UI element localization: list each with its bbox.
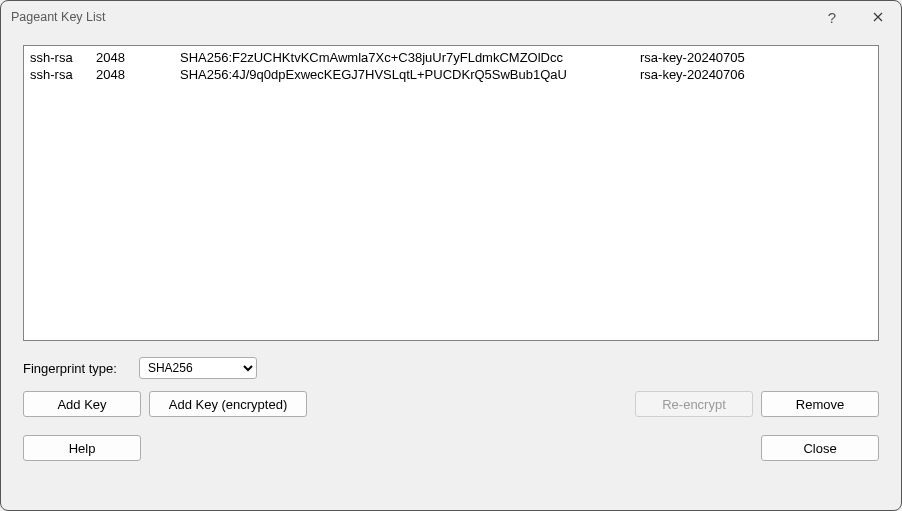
- key-list[interactable]: ssh-rsa2048SHA256:F2zUCHKtvKCmAwmla7Xc+C…: [23, 45, 879, 341]
- window-title: Pageant Key List: [11, 10, 106, 24]
- add-key-encrypted-button[interactable]: Add Key (encrypted): [149, 391, 307, 417]
- reencrypt-button: Re-encrypt: [635, 391, 753, 417]
- key-bits: 2048: [96, 49, 180, 66]
- button-row-2: Help Close: [23, 435, 879, 461]
- pageant-window: Pageant Key List ? ssh-rsa2048SHA256:F2z…: [0, 0, 902, 511]
- fingerprint-row: Fingerprint type: SHA256: [23, 357, 879, 379]
- key-name: rsa-key-20240706: [640, 66, 872, 83]
- add-key-button[interactable]: Add Key: [23, 391, 141, 417]
- key-bits: 2048: [96, 66, 180, 83]
- help-icon[interactable]: ?: [809, 1, 855, 33]
- button-row-1: Add Key Add Key (encrypted) Re-encrypt R…: [23, 391, 879, 417]
- close-button[interactable]: Close: [761, 435, 879, 461]
- list-item[interactable]: ssh-rsa2048SHA256:4J/9q0dpExwecKEGJ7HVSL…: [30, 66, 872, 83]
- key-type: ssh-rsa: [30, 66, 96, 83]
- key-fingerprint: SHA256:4J/9q0dpExwecKEGJ7HVSLqtL+PUCDKrQ…: [180, 66, 640, 83]
- key-type: ssh-rsa: [30, 49, 96, 66]
- remove-button[interactable]: Remove: [761, 391, 879, 417]
- titlebar: Pageant Key List ?: [1, 1, 901, 33]
- help-button[interactable]: Help: [23, 435, 141, 461]
- key-fingerprint: SHA256:F2zUCHKtvKCmAwmla7Xc+C38juUr7yFLd…: [180, 49, 640, 66]
- fingerprint-label: Fingerprint type:: [23, 361, 117, 376]
- content-area: ssh-rsa2048SHA256:F2zUCHKtvKCmAwmla7Xc+C…: [1, 33, 901, 510]
- fingerprint-type-select[interactable]: SHA256: [139, 357, 257, 379]
- key-name: rsa-key-20240705: [640, 49, 872, 66]
- list-item[interactable]: ssh-rsa2048SHA256:F2zUCHKtvKCmAwmla7Xc+C…: [30, 49, 872, 66]
- close-icon[interactable]: [855, 1, 901, 33]
